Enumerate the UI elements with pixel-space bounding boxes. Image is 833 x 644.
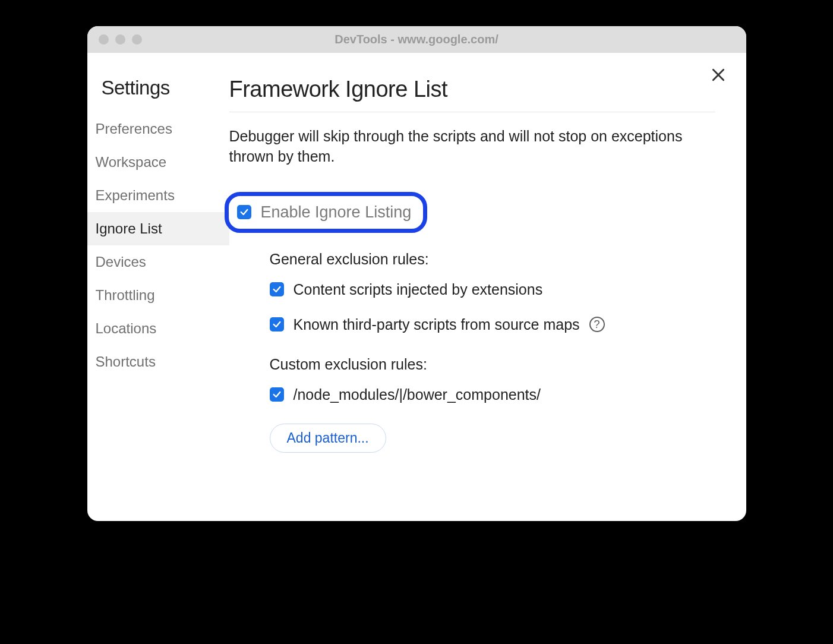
- main-panel: Framework Ignore List Debugger will skip…: [229, 53, 746, 521]
- rule-row: Content scripts injected by extensions: [270, 281, 715, 298]
- close-settings-button[interactable]: [711, 67, 726, 85]
- checkmark-icon: [272, 390, 282, 399]
- sidebar-item-ignore-list[interactable]: Ignore List: [87, 212, 229, 245]
- general-exclusion-title: General exclusion rules:: [270, 251, 715, 268]
- zoom-window-button[interactable]: [132, 34, 142, 45]
- sidebar-item-workspace[interactable]: Workspace: [87, 146, 229, 179]
- close-icon: [711, 67, 726, 83]
- rule-row: /node_modules/|/bower_components/: [270, 386, 715, 403]
- custom-rule-checkbox[interactable]: [270, 387, 284, 402]
- add-pattern-button[interactable]: Add pattern...: [270, 424, 386, 453]
- page-description: Debugger will skip through the scripts a…: [229, 127, 715, 167]
- help-icon[interactable]: ?: [589, 317, 605, 332]
- content-area: Settings Preferences Workspace Experimen…: [87, 53, 746, 521]
- third-party-scripts-label: Known third-party scripts from source ma…: [294, 316, 580, 333]
- content-scripts-checkbox[interactable]: [270, 282, 284, 296]
- checkmark-icon: [272, 320, 282, 329]
- devtools-settings-window: DevTools - www.google.com/ Settings Pref…: [87, 26, 746, 521]
- custom-exclusion-section: Custom exclusion rules: /node_modules/|/…: [270, 356, 715, 453]
- titlebar: DevTools - www.google.com/: [87, 26, 746, 53]
- checkmark-icon: [272, 285, 282, 294]
- sidebar-item-locations[interactable]: Locations: [87, 312, 229, 345]
- window-title: DevTools - www.google.com/: [87, 33, 746, 46]
- sidebar-item-devices[interactable]: Devices: [87, 245, 229, 279]
- sidebar-item-experiments[interactable]: Experiments: [87, 179, 229, 212]
- minimize-window-button[interactable]: [115, 34, 125, 45]
- content-scripts-label: Content scripts injected by extensions: [294, 281, 543, 298]
- enable-ignore-listing-highlight: Enable Ignore Listing: [225, 192, 428, 233]
- traffic-lights: [87, 34, 142, 45]
- sidebar-item-throttling[interactable]: Throttling: [87, 279, 229, 312]
- custom-rule-label: /node_modules/|/bower_components/: [294, 386, 541, 403]
- close-window-button[interactable]: [99, 34, 109, 45]
- rule-row: Known third-party scripts from source ma…: [270, 316, 715, 333]
- enable-ignore-listing-checkbox[interactable]: [237, 205, 251, 219]
- sidebar-item-shortcuts[interactable]: Shortcuts: [87, 345, 229, 378]
- checkmark-icon: [239, 207, 249, 217]
- settings-sidebar: Settings Preferences Workspace Experimen…: [87, 53, 229, 521]
- third-party-scripts-checkbox[interactable]: [270, 317, 284, 332]
- settings-title: Settings: [87, 77, 229, 112]
- custom-exclusion-title: Custom exclusion rules:: [270, 356, 715, 373]
- enable-ignore-listing-label: Enable Ignore Listing: [261, 203, 412, 222]
- general-exclusion-section: General exclusion rules: Content scripts…: [270, 251, 715, 333]
- sidebar-item-preferences[interactable]: Preferences: [87, 112, 229, 146]
- page-title: Framework Ignore List: [229, 77, 715, 112]
